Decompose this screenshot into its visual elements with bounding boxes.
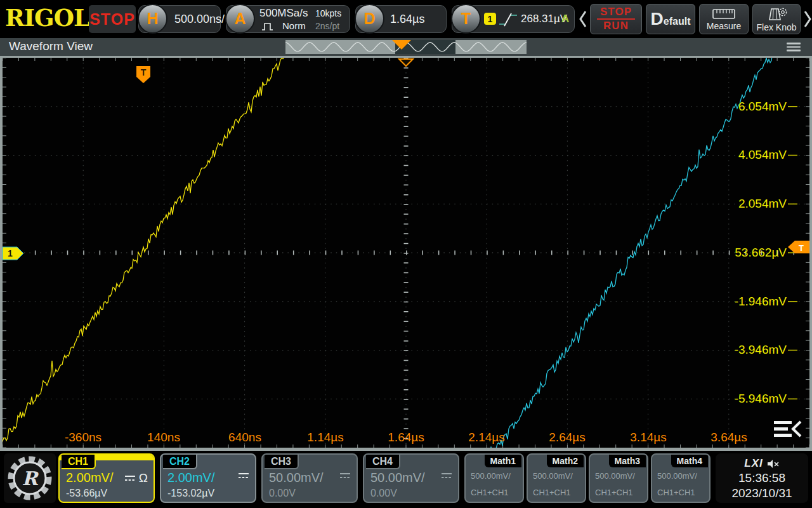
trigger-knob[interactable]: T [451, 4, 481, 34]
rigol-gear-logo[interactable]: R [4, 453, 56, 503]
waveform-canvas[interactable]: T 1 T [0, 56, 812, 452]
stop-label: STOP [597, 6, 635, 20]
math3-expression: CH1+CH1 [595, 488, 633, 497]
channel-card-ch2[interactable]: CH2 2.00mV/ -153.02µV [160, 453, 256, 503]
ch1-tab[interactable]: CH1 [62, 455, 96, 469]
ch2-scale: 2.00mV/ [167, 471, 214, 485]
ch3-scale: 50.00mV/ [269, 471, 324, 485]
waveform-view-titlebar: Waveform View [0, 38, 812, 56]
timebase-overview-strip[interactable] [285, 40, 527, 54]
math-card-math1[interactable]: Math1 500.00mV/ CH1+CH1 [464, 453, 524, 503]
flex-knob-icon [764, 7, 789, 21]
waveform-view-title: Waveform View [9, 39, 93, 53]
ch1-scale: 2.00mV/ [66, 471, 113, 485]
channel-card-ch1[interactable]: CH1 2.00mV/ Ω -53.66µV [58, 453, 155, 503]
pulse-norm-icon [261, 22, 277, 31]
svg-text:R: R [22, 467, 39, 490]
default-button[interactable]: Default [646, 4, 695, 34]
acq-mode: Norm [282, 13, 306, 39]
math-card-math4[interactable]: Math4 500.00mV/ CH1+CH1 [651, 453, 710, 503]
math1-tab[interactable]: Math1 [485, 455, 521, 467]
dc-coupling-icon [238, 472, 249, 479]
system-status-block[interactable]: LXI 15:36:58 2023/10/31 [716, 453, 808, 503]
delay-group[interactable]: D 1.64µs [355, 5, 447, 33]
math-card-math2[interactable]: Math2 500.00mV/ CH1+CH1 [527, 453, 586, 503]
channel-card-ch4[interactable]: CH4 50.00mV/ 0.00V [363, 453, 459, 503]
run-label: RUN [603, 20, 629, 32]
ch1-impedance: Ω [139, 472, 148, 484]
t-axis-label: -360ns [53, 431, 114, 444]
waveform-view-menu-icon[interactable] [787, 43, 801, 51]
v-axis-label: -1.946mV [710, 295, 787, 308]
ch4-offset: 0.00V [370, 488, 397, 499]
delay-knob[interactable]: D [355, 4, 384, 34]
math1-scale: 500.00mV/ [471, 471, 511, 481]
graticule-frame-bottom [0, 448, 812, 451]
ruler-icon [712, 8, 736, 20]
graticule-frame-top [0, 56, 812, 58]
speaker-muted-icon [767, 459, 780, 469]
horizontal-scale-value: 500.00ns/ [174, 6, 225, 32]
math4-scale: 500.00mV/ [657, 471, 697, 481]
math2-scale: 500.00mV/ [533, 471, 573, 481]
t-axis-label: 3.64µs [698, 431, 759, 444]
trigger-group[interactable]: T 1 268.31µV A [452, 5, 575, 33]
t-axis-label: 640ns [214, 431, 275, 444]
t-axis-label: 1.14µs [295, 431, 356, 444]
trigger-level-value: 268.31µV [521, 6, 567, 32]
math3-scale: 500.00mV/ [595, 471, 635, 481]
measure-button[interactable]: Measure [699, 4, 749, 34]
math4-tab[interactable]: Math4 [671, 455, 708, 467]
v-axis-label: 53.662µV [710, 246, 787, 259]
v-axis-label: 2.054mV [710, 197, 787, 210]
t-axis-label: 140ns [133, 431, 194, 444]
horizontal-knob[interactable]: H [138, 4, 167, 34]
rising-edge-icon [498, 11, 518, 29]
math2-expression: CH1+CH1 [533, 488, 571, 497]
svg-text:T: T [799, 243, 804, 253]
measure-label: Measure [707, 22, 741, 30]
ch2-tab[interactable]: CH2 [163, 455, 197, 469]
v-axis-label: -5.946mV [710, 392, 787, 405]
acquisition-knob[interactable]: A [225, 4, 255, 34]
t-axis-label: 1.64µs [376, 431, 436, 444]
t-axis-label: 3.14µs [618, 431, 679, 444]
ch2-offset: -153.02µV [167, 488, 214, 499]
math2-tab[interactable]: Math2 [547, 455, 584, 467]
flex-knob-label: Flex Knob [756, 23, 796, 32]
sample-resolution: 2ns/pt [315, 13, 339, 39]
system-date: 2023/10/31 [716, 486, 808, 500]
acquisition-group[interactable]: A 500MSa/s Norm 10kpts 2ns/pt [226, 5, 350, 33]
dc-coupling-icon [124, 474, 136, 482]
toolbar-scroll-left-icon[interactable] [579, 10, 587, 29]
dc-coupling-icon [339, 472, 351, 479]
stop-run-button[interactable]: STOP RUN [590, 4, 642, 34]
toolbar-scroll-right-icon[interactable] [803, 10, 812, 29]
v-axis-label: 6.054mV [710, 100, 787, 113]
flex-knob-button[interactable]: Flex Knob [752, 4, 801, 34]
system-time: 15:36:58 [716, 471, 808, 485]
channel-status-bar: R CH1 2.00mV/ Ω -53.66µV CH2 2.00mV/ -15… [0, 452, 812, 508]
ch4-tab[interactable]: CH4 [366, 455, 400, 469]
graticule-frame-right [809, 56, 812, 451]
math4-expression: CH1+CH1 [657, 488, 695, 497]
ch4-scale: 50.00mV/ [370, 471, 425, 485]
top-toolbar: RIGOL STOP H 500.00ns/ A 500MSa/s Norm 1… [0, 0, 812, 38]
math3-tab[interactable]: Math3 [609, 455, 646, 467]
ch1-offset: -53.66µV [66, 488, 107, 499]
delay-value: 1.64µs [390, 6, 424, 32]
svg-text:1: 1 [8, 248, 13, 258]
channel-card-ch3[interactable]: CH3 50.00mV/ 0.00V [261, 453, 358, 503]
trigger-status: A [561, 6, 569, 32]
default-label: Default [651, 10, 691, 28]
horizontal-scale-group[interactable]: H 500.00ns/ [138, 5, 221, 33]
v-axis-label: -3.946mV [710, 344, 787, 356]
dc-coupling-icon [441, 472, 452, 479]
v-axis-label: 4.054mV [710, 149, 787, 161]
svg-text:T: T [141, 67, 147, 77]
math-card-math3[interactable]: Math3 500.00mV/ CH1+CH1 [589, 453, 648, 503]
ch3-tab[interactable]: CH3 [265, 455, 299, 469]
run-state-badge[interactable]: STOP [89, 5, 136, 33]
ch3-offset: 0.00V [269, 488, 296, 499]
lxi-label: LXI [744, 457, 763, 470]
